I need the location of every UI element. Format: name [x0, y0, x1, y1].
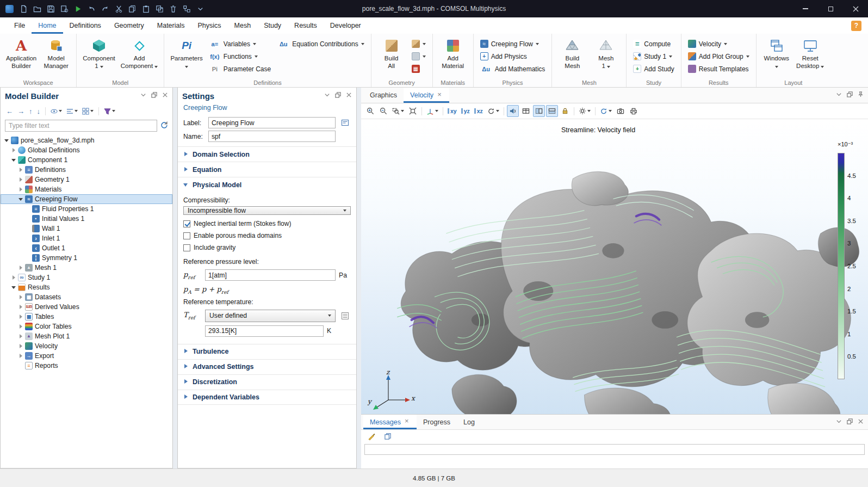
table-view-button[interactable] — [520, 105, 532, 117]
tree-item-global-definitions[interactable]: Global Definitions — [1, 145, 172, 155]
delete-button[interactable] — [168, 4, 178, 14]
tree-item-inlet1[interactable]: Inlet 1 — [1, 233, 172, 243]
geometry-table-button[interactable] — [410, 63, 428, 75]
close-button[interactable] — [843, 0, 868, 17]
component-button[interactable]: Component1 — [81, 36, 116, 71]
temperature-list-button[interactable] — [339, 310, 351, 322]
section-turbulence[interactable]: Turbulence — [178, 344, 356, 359]
node-text-button[interactable] — [65, 108, 79, 115]
temperature-input[interactable] — [205, 325, 324, 337]
paste-button[interactable] — [141, 4, 151, 14]
tree-item-root[interactable]: pore_scale_flow_3d.mph — [1, 135, 172, 145]
maximize-button[interactable] — [818, 0, 843, 17]
add-plot-group-button[interactable]: Add Plot Group — [686, 50, 752, 63]
move-down-button[interactable]: ↓ — [36, 107, 42, 115]
pin-panel-icon[interactable] — [858, 91, 864, 99]
physics-interface-dropdown[interactable]: Creeping Flow — [478, 38, 548, 50]
compute-button[interactable]: Compute — [631, 38, 676, 50]
open-file-button[interactable] — [32, 4, 42, 14]
tree-item-study1[interactable]: Study 1 — [1, 273, 172, 282]
tab-log[interactable]: Log — [457, 415, 481, 429]
build-mesh-button[interactable]: BuildMesh — [556, 36, 588, 71]
split-horizontal-button[interactable] — [533, 105, 545, 117]
default-view-button[interactable] — [425, 105, 440, 117]
tab-graphics-window[interactable]: Graphics — [363, 88, 404, 103]
tree-item-creeping-flow[interactable]: Creeping Flow — [1, 194, 172, 204]
tab-progress[interactable]: Progress — [417, 415, 457, 429]
build-all-button[interactable]: BuildAll — [376, 36, 407, 71]
undo-button[interactable] — [86, 4, 96, 14]
include-gravity-checkbox[interactable]: Include gravity — [183, 244, 351, 251]
rename-button[interactable] — [339, 117, 351, 128]
tree-item-datasets[interactable]: Datasets — [1, 292, 172, 302]
node-grouping-button[interactable] — [81, 108, 95, 115]
view-xy-button[interactable]: xy — [446, 105, 458, 117]
parameter-case-button[interactable]: PiParameter Case — [207, 63, 273, 75]
tree-item-outlet1[interactable]: Outlet 1 — [1, 243, 172, 253]
name-input[interactable] — [208, 131, 336, 142]
section-domain-selection[interactable]: Domain Selection — [178, 146, 356, 162]
tree-item-derived-values[interactable]: 8.85Derived Values — [1, 302, 172, 312]
tab-materials[interactable]: Materials — [151, 17, 191, 34]
close-panel-icon[interactable] — [162, 92, 168, 100]
cut-button[interactable] — [114, 4, 123, 14]
tab-messages[interactable]: Messages — [363, 415, 417, 429]
insert-sequence-button[interactable] — [410, 50, 428, 63]
close-panel-icon[interactable] — [346, 92, 352, 100]
tab-velocity-window[interactable]: Velocity — [404, 88, 449, 103]
parameters-button[interactable]: Pi Parameters — [169, 36, 204, 71]
panel-menu-icon[interactable] — [324, 92, 330, 100]
tree-item-initial-values[interactable]: Initial Values 1 — [1, 214, 172, 224]
tref-select[interactable]: User defined — [205, 310, 336, 322]
move-up-button[interactable]: ↑ — [28, 107, 34, 115]
tab-physics[interactable]: Physics — [191, 17, 227, 34]
messages-output[interactable] — [364, 444, 865, 455]
tree-item-mesh1[interactable]: Mesh 1 — [1, 263, 172, 273]
tree-item-symmetry1[interactable]: Symmetry 1 — [1, 253, 172, 263]
graphics-canvas[interactable]: Streamline: Velocity field — [361, 119, 868, 414]
tree-item-definitions[interactable]: Definitions — [1, 165, 172, 175]
zoom-in-button[interactable] — [364, 105, 376, 117]
zoom-extents-button[interactable] — [407, 105, 419, 117]
mesh1-button[interactable]: Mesh1 — [590, 36, 622, 71]
float-panel-icon[interactable] — [335, 92, 341, 100]
show-button[interactable] — [49, 108, 63, 115]
label-input[interactable] — [208, 117, 336, 128]
refresh-tree-icon[interactable] — [160, 121, 168, 131]
filter-input[interactable] — [5, 120, 157, 132]
add-material-button[interactable]: AddMaterial — [437, 36, 469, 71]
update-plot-button[interactable] — [598, 105, 613, 117]
add-physics-button[interactable]: Add Physics — [478, 50, 548, 63]
new-file-button[interactable] — [18, 4, 28, 14]
snapshot-button[interactable] — [615, 105, 627, 117]
tree-item-mesh-plot1[interactable]: Mesh Plot 1 — [1, 331, 172, 341]
print-button[interactable] — [628, 105, 640, 117]
tab-results[interactable]: Results — [288, 17, 324, 34]
functions-button[interactable]: f(x)Functions — [207, 50, 273, 63]
tab-developer[interactable]: Developer — [324, 17, 368, 34]
variables-button[interactable]: a=Variables — [207, 38, 273, 50]
zoom-out-button[interactable] — [377, 105, 389, 117]
velocity-plot-dropdown[interactable]: Velocity — [686, 38, 752, 50]
tree-item-velocity[interactable]: Velocity — [1, 341, 172, 351]
build-preceding-button[interactable] — [410, 38, 428, 50]
tree-item-results[interactable]: Results — [1, 282, 172, 292]
panel-menu-icon[interactable] — [836, 91, 842, 99]
neglect-inertial-checkbox[interactable]: Neglect inertial term (Stokes flow) — [183, 220, 351, 227]
tree-item-export[interactable]: Export — [1, 351, 172, 361]
compressibility-select[interactable]: Incompressible flow — [183, 206, 351, 215]
redo-button[interactable] — [100, 4, 110, 14]
model-manager-button[interactable]: ModelManager — [40, 36, 72, 71]
panel-menu-icon[interactable] — [836, 418, 842, 426]
add-mathematics-button[interactable]: ΔuAdd Mathematics — [478, 63, 548, 75]
add-component-button[interactable]: AddComponent — [119, 36, 160, 71]
customize-toolbar-button[interactable] — [195, 4, 205, 14]
tree-item-tables[interactable]: Tables — [1, 312, 172, 322]
tab-definitions[interactable]: Definitions — [63, 17, 108, 34]
save-button[interactable] — [46, 4, 55, 14]
tab-study[interactable]: Study — [257, 17, 288, 34]
float-panel-icon[interactable] — [847, 418, 853, 426]
pref-input[interactable] — [205, 269, 336, 281]
tree-item-component1[interactable]: Component 1 — [1, 155, 172, 165]
duplicate-button[interactable] — [154, 4, 164, 14]
